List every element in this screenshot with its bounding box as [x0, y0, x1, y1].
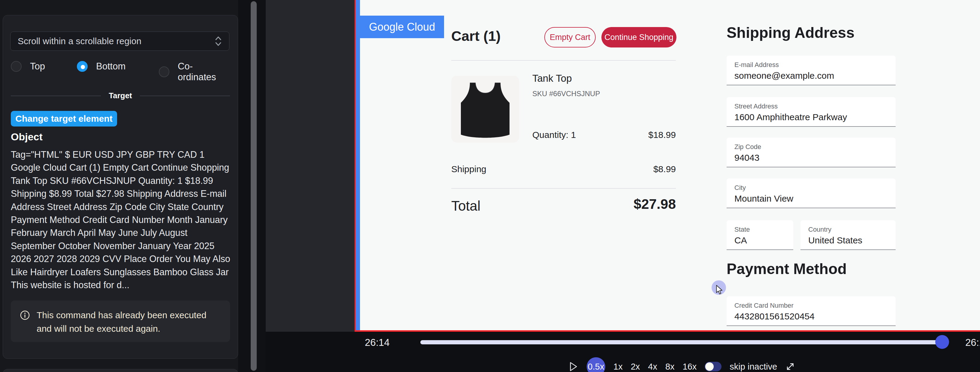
total-label: Total [451, 198, 480, 214]
shipping-label: Shipping [451, 164, 487, 174]
credit-card-field[interactable]: Credit Card Number 4432801561520454 [727, 296, 896, 326]
player-bar: 26:14 26:15 0.5x 1x 2x 4x 8x 16x skip in… [266, 332, 980, 372]
google-cloud-badge-label: Google Cloud [369, 21, 435, 34]
player-controls: 0.5x 1x 2x 4x 8x 16x skip inactive [568, 357, 795, 372]
radio-coordinates-label: Co-ordinates [178, 61, 229, 83]
email-field[interactable]: E-mail Address someone@example.com [727, 56, 896, 85]
skip-inactive-toggle[interactable] [705, 362, 721, 371]
notice-text: This command has already been executed a… [37, 308, 221, 334]
radio-top-circle [11, 61, 22, 72]
app-root: Scroll within a scrollable region Top Bo… [0, 0, 980, 372]
country-field[interactable]: Country United States [800, 220, 896, 250]
cart-divider [451, 60, 676, 61]
zip-code-field-label: Zip Code [734, 143, 761, 151]
product-image [451, 76, 519, 142]
object-heading: Object [11, 131, 43, 143]
google-cloud-badge: Google Cloud [360, 16, 444, 38]
shipping-value: $8.99 [653, 164, 676, 174]
skip-inactive-toggle-knob [705, 362, 714, 371]
page-scrollbar-highlight [356, 0, 360, 330]
zip-code-field[interactable]: Zip Code 94043 [727, 137, 896, 168]
state-field-label: State [734, 226, 750, 233]
divider-line [11, 96, 101, 96]
radio-bottom[interactable]: Bottom [77, 61, 126, 72]
replay-stage-padding [266, 0, 355, 332]
credit-card-field-value: 4432801561520454 [734, 311, 815, 321]
state-field[interactable]: State CA [727, 220, 793, 250]
tank-top-image [451, 76, 519, 142]
divider-line [140, 96, 230, 96]
skip-inactive-label: skip inactive [730, 362, 777, 372]
product-sku: SKU #66VCHSJNUP [532, 89, 600, 98]
play-button[interactable] [568, 361, 579, 372]
mouse-cursor-icon [716, 285, 724, 295]
email-field-label: E-mail Address [734, 61, 779, 69]
sidebar: Scroll within a scrollable region Top Bo… [0, 0, 238, 372]
product-name: Tank Top [532, 73, 572, 84]
zip-code-field-value: 94043 [734, 153, 759, 163]
total-value: $27.98 [633, 196, 676, 212]
change-target-button[interactable]: Change target element [11, 111, 117, 126]
country-field-value: United States [808, 235, 862, 246]
speed-2x-button[interactable]: 2x [631, 362, 640, 372]
already-executed-notice: This command has already been executed a… [11, 300, 230, 342]
radio-bottom-circle [77, 61, 88, 72]
radio-top-label: Top [30, 61, 45, 72]
product-price: $18.99 [648, 130, 676, 140]
object-text: Tag="HTML" $ EUR USD JPY GBP TRY CAD 1 G… [11, 148, 231, 292]
radio-coordinates[interactable]: Co-ordinates [159, 61, 229, 83]
speed-1x-button[interactable]: 1x [613, 362, 623, 372]
street-address-field-value: 1600 Amphitheatre Parkway [734, 112, 847, 122]
info-icon [20, 310, 30, 320]
end-time: 26:15 [965, 337, 980, 348]
target-section-label: Target [109, 91, 132, 101]
empty-cart-button[interactable]: Empty Cart [544, 27, 596, 48]
radio-bottom-label: Bottom [96, 61, 126, 72]
cart-title: Cart (1) [451, 28, 501, 44]
select-chevron-icon [214, 35, 223, 47]
speed-16x-button[interactable]: 16x [683, 362, 697, 372]
speed-4x-button[interactable]: 4x [648, 362, 657, 372]
command-type-select[interactable]: Scroll within a scrollable region [10, 32, 229, 51]
continue-shopping-button[interactable]: Continue Shopping [601, 27, 676, 48]
current-time: 26:14 [365, 337, 390, 348]
sidebar-scrollbar-thumb[interactable] [251, 1, 257, 371]
street-address-field-label: Street Address [734, 102, 778, 110]
radio-top[interactable]: Top [11, 61, 45, 72]
scroll-position-radio-group: Top Bottom Co-ordinates [11, 61, 229, 72]
speed-8x-button[interactable]: 8x [665, 362, 675, 372]
city-field-label: City [734, 184, 746, 192]
city-field[interactable]: City Mountain View [727, 179, 896, 208]
fullscreen-button[interactable] [785, 361, 795, 372]
credit-card-field-label: Credit Card Number [734, 302, 794, 310]
next-command-card [3, 369, 238, 372]
radio-coordinates-circle [159, 66, 169, 77]
cart-section: Cart (1) Empty Cart Continue Shopping Ta… [451, 0, 676, 330]
email-field-value: someone@example.com [734, 70, 834, 81]
timeline-handle[interactable] [935, 335, 949, 349]
product-quantity: Quantity: 1 [532, 130, 576, 140]
speed-0.5x-button[interactable]: 0.5x [587, 357, 605, 372]
payment-method-heading: Payment Method [727, 260, 847, 278]
sidebar-scrollbar-track[interactable] [238, 0, 266, 372]
country-field-label: Country [808, 226, 831, 233]
shipping-address-heading: Shipping Address [727, 24, 854, 42]
timeline-slider[interactable] [420, 340, 943, 344]
city-field-value: Mountain View [734, 193, 793, 204]
target-section-divider: Target [11, 91, 230, 101]
street-address-field[interactable]: Street Address 1600 Amphitheatre Parkway [727, 97, 896, 127]
replay-viewport: Google Cloud Cart (1) Empty Cart Continu… [355, 0, 980, 332]
command-type-select-value: Scroll within a scrollable region [18, 36, 142, 46]
total-divider [451, 188, 676, 189]
checkout-form-section: Shipping Address E-mail Address someone@… [727, 0, 896, 330]
state-field-value: CA [734, 235, 747, 246]
command-panel: Scroll within a scrollable region Top Bo… [3, 15, 238, 359]
